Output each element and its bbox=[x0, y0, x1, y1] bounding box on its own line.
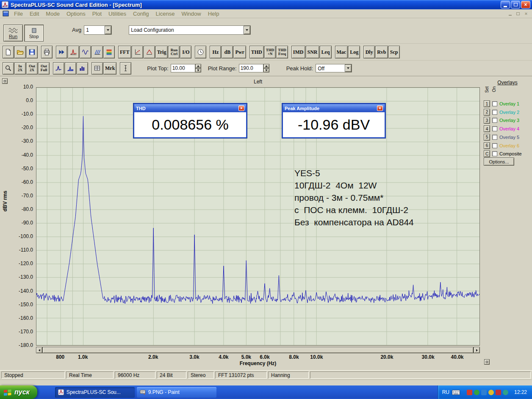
tb-trigger-button[interactable]: Trig bbox=[155, 46, 168, 58]
tb-zoom-in-2x-button[interactable]: In2X bbox=[14, 62, 26, 75]
overlay-set-button-2[interactable]: 2 bbox=[484, 109, 490, 116]
plot-top-input[interactable] bbox=[171, 64, 195, 72]
taskbar-clock[interactable]: 12:22 bbox=[514, 389, 527, 395]
tb-power-units-button[interactable]: Pwr bbox=[233, 46, 246, 58]
spin-down-button[interactable] bbox=[195, 68, 201, 72]
tb-io-device-button[interactable]: I/O bbox=[180, 46, 191, 58]
overlay-checkbox-1[interactable] bbox=[492, 101, 497, 106]
tb-fft-settings-button[interactable]: FFT bbox=[118, 46, 131, 58]
stop-button[interactable]: Stop bbox=[24, 25, 44, 42]
load-configuration-combobox[interactable]: Load Configuration bbox=[129, 25, 251, 35]
config-dropdown-button[interactable] bbox=[244, 26, 250, 34]
menu-window[interactable]: Window bbox=[178, 10, 204, 18]
tb-log-button[interactable]: Log bbox=[348, 46, 360, 58]
tb-scaling-button[interactable] bbox=[132, 46, 143, 58]
tb-vertical-scale-button[interactable] bbox=[120, 62, 131, 75]
thd-close-button[interactable]: × bbox=[238, 105, 244, 111]
menu-mode[interactable]: Mode bbox=[42, 10, 63, 18]
peak-hold-dropdown-button[interactable] bbox=[345, 64, 352, 72]
spin-down-button[interactable] bbox=[263, 68, 269, 72]
tb-fast-forward-button[interactable] bbox=[56, 46, 67, 58]
tb-time-series-display-button[interactable] bbox=[80, 46, 91, 58]
menu-help[interactable]: Help bbox=[205, 10, 223, 18]
plot-range-input[interactable] bbox=[239, 64, 263, 72]
peak-panel-titlebar[interactable]: Peak Amplitude × bbox=[283, 104, 385, 112]
tb-zoom-out-full-button[interactable]: OutFull bbox=[38, 62, 50, 75]
tb-scope-button[interactable]: Scp bbox=[388, 46, 400, 58]
mdi-close-button[interactable]: × bbox=[523, 11, 529, 17]
keyboard-icon[interactable] bbox=[452, 390, 460, 395]
menu-config[interactable]: Config bbox=[130, 10, 152, 18]
tray-icon-6[interactable] bbox=[503, 390, 508, 395]
spin-up-button[interactable] bbox=[263, 64, 269, 68]
menu-options[interactable]: Options bbox=[63, 10, 89, 18]
tb-run-control-button[interactable]: RunCtrl bbox=[168, 46, 180, 58]
peak-close-button[interactable]: × bbox=[377, 105, 383, 111]
menu-file[interactable]: File bbox=[11, 10, 26, 18]
tb-snr-button[interactable]: SNR bbox=[306, 46, 319, 58]
thd-panel-titlebar[interactable]: THD × bbox=[134, 104, 246, 112]
tb-surface-display-button[interactable] bbox=[91, 46, 103, 58]
menu-utilities[interactable]: Utilities bbox=[105, 10, 130, 18]
tray-icon-1[interactable] bbox=[467, 390, 472, 395]
overlay-checkbox-C[interactable] bbox=[492, 151, 497, 156]
tray-icon-4[interactable] bbox=[488, 390, 494, 395]
taskbar-task[interactable]: SpectraPLUS-SC Sou... bbox=[55, 387, 135, 398]
spin-up-button[interactable] bbox=[195, 64, 201, 68]
tb-timer-button[interactable] bbox=[195, 46, 206, 58]
tb-thd-freq-button[interactable]: THDFreq bbox=[276, 46, 288, 58]
overlay-checkbox-2[interactable] bbox=[492, 110, 497, 115]
pane-split-button-bottom[interactable] bbox=[484, 359, 490, 365]
overlay-set-button-5[interactable]: 5 bbox=[484, 134, 490, 141]
tb-thd-n-button[interactable]: THD+N bbox=[264, 46, 276, 58]
restore-button[interactable] bbox=[511, 1, 520, 8]
avg-combobox[interactable]: 1 bbox=[84, 25, 112, 35]
overlay-set-button-4[interactable]: 4 bbox=[484, 125, 490, 132]
tray-icon-2[interactable] bbox=[474, 390, 479, 395]
tb-leq-button[interactable]: Leq bbox=[320, 46, 332, 58]
tb-new-file-button[interactable] bbox=[3, 46, 14, 58]
tb-data-table-button[interactable] bbox=[91, 62, 103, 75]
tray-icon-5[interactable] bbox=[496, 390, 501, 395]
avg-dropdown-button[interactable] bbox=[105, 26, 111, 34]
tb-markers-button[interactable]: Mrk bbox=[103, 62, 116, 75]
tb-open-file-button[interactable] bbox=[14, 46, 26, 58]
tb-spectrum-display-button[interactable] bbox=[68, 46, 79, 58]
close-button[interactable]: × bbox=[521, 1, 530, 8]
scroll-left-button[interactable] bbox=[36, 347, 42, 353]
tb-thd-button[interactable]: THD bbox=[249, 46, 264, 58]
overlay-set-button-3[interactable]: 3 bbox=[484, 117, 490, 124]
tb-hz-units-button[interactable]: Hz bbox=[210, 46, 221, 58]
overlay-checkbox-4[interactable] bbox=[492, 126, 497, 131]
tray-icon-3[interactable] bbox=[481, 390, 487, 395]
menu-edit[interactable]: Edit bbox=[26, 10, 42, 18]
tb-zoom-button[interactable] bbox=[3, 62, 14, 75]
tb-save-file-button[interactable] bbox=[26, 46, 38, 58]
tb-spectrogram-display-button[interactable] bbox=[103, 46, 115, 58]
tb-imd-button[interactable]: IMD bbox=[291, 46, 305, 58]
tb-delay-button[interactable]: Dly bbox=[363, 46, 375, 58]
tb-mac-button[interactable]: Mac bbox=[335, 46, 348, 58]
tb-bar-display-button[interactable] bbox=[77, 62, 88, 75]
overlay-options-button[interactable]: Options... bbox=[484, 158, 514, 166]
tb-zoom-out-2x-button[interactable]: Out2X bbox=[26, 62, 38, 75]
peak-hold-combobox[interactable]: Off bbox=[316, 64, 352, 72]
menu-license[interactable]: License bbox=[152, 10, 178, 18]
overlay-checkbox-6[interactable] bbox=[492, 143, 497, 148]
tb-filled-display-button[interactable] bbox=[65, 62, 76, 75]
plot-h-scrollbar[interactable] bbox=[36, 347, 480, 353]
scroll-thumb[interactable] bbox=[42, 347, 474, 353]
minimize-button[interactable] bbox=[501, 1, 510, 8]
tb-print-button[interactable] bbox=[41, 46, 53, 58]
tb-db-units-button[interactable]: dB bbox=[222, 46, 233, 58]
overlay-set-button-C[interactable]: C bbox=[484, 150, 490, 157]
start-button[interactable]: пуск bbox=[0, 385, 37, 399]
run-button[interactable]: Run bbox=[3, 25, 23, 42]
language-indicator[interactable]: RU bbox=[442, 389, 449, 395]
tb-reverb-button[interactable]: Rvb bbox=[375, 46, 388, 58]
overlay-set-button-6[interactable]: 6 bbox=[484, 142, 490, 149]
mdi-restore-button[interactable] bbox=[515, 11, 521, 17]
menu-plot[interactable]: Plot bbox=[89, 10, 105, 18]
overlay-checkbox-5[interactable] bbox=[492, 135, 497, 140]
scroll-right-button[interactable] bbox=[474, 347, 480, 353]
